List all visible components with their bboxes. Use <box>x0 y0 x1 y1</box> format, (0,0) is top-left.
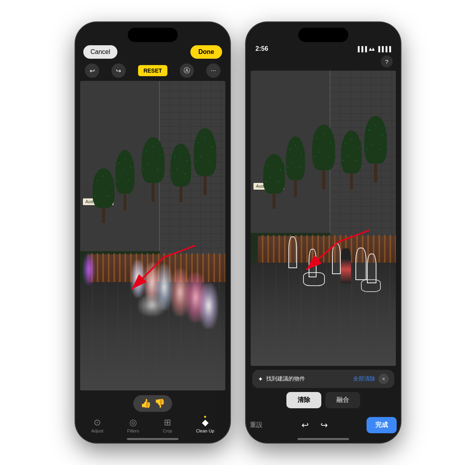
wifi-icon: ▴▴ <box>369 46 374 52</box>
tree-r1 <box>262 153 286 209</box>
photo-scene-right: Aust hair Belle <box>251 71 396 366</box>
dynamic-island-right <box>298 28 348 42</box>
thumb-area: 👍 👎 <box>75 390 230 415</box>
done-button[interactable]: Done <box>190 45 222 59</box>
thumbs-down-button[interactable]: 👎 <box>154 399 165 408</box>
left-phone: Cancel Done ↩ ↪ RESET Ⓐ ··· Aust hair Be… <box>75 22 230 443</box>
filters-tool[interactable]: ◎ Filters <box>127 418 139 433</box>
cleanup-label: Clean Up <box>196 428 214 433</box>
status-time: 2:56 <box>255 45 268 52</box>
clean-button[interactable]: 清除 <box>286 392 321 408</box>
home-indicator-left <box>75 435 230 443</box>
left-status-bar: Cancel Done <box>75 42 230 62</box>
photo-area-right: Aust hair Belle <box>251 71 396 366</box>
clear-all-button[interactable]: 全部清除 <box>350 375 378 382</box>
right-screen: 2:56 ▐▐▐ ▴▴ ▐▐▐▐ ? Aust hair Belle <box>246 42 401 443</box>
undo-redo-group: ↩ ↪ <box>301 420 328 430</box>
cleanup-tool-wrap: ◆ Clean Up <box>196 418 214 433</box>
tree-5 <box>193 127 217 195</box>
tree-2 <box>115 149 135 211</box>
photo-scene-left: Aust hair Belle <box>80 81 225 390</box>
tree-r5 <box>364 115 388 183</box>
right-top-toolbar: ? <box>246 56 401 71</box>
cleanup-icon: ◆ <box>202 418 209 427</box>
battery-icon: ▐▐▐▐ <box>376 46 391 52</box>
person-outline-4 <box>355 248 367 280</box>
auto-button[interactable]: Ⓐ <box>180 63 194 78</box>
edit-toolbar: ↩ ↪ RESET Ⓐ ··· <box>75 62 230 81</box>
crop-tool[interactable]: ⊞ Crop <box>163 418 172 433</box>
crop-label: Crop <box>163 428 172 433</box>
reset-button[interactable]: RESET <box>138 65 168 76</box>
active-dot <box>204 416 206 418</box>
home-bar-right <box>298 438 349 440</box>
thumb-group: 👍 👎 <box>133 395 172 412</box>
crop-icon: ⊞ <box>164 418 171 427</box>
thumbs-up-button[interactable]: 👍 <box>140 399 151 408</box>
person-outline-1 <box>288 236 297 268</box>
adjust-tool-wrap: ⊙ Adjust <box>91 418 104 433</box>
adjust-label: Adjust <box>91 428 104 433</box>
signal-icon: ▐▐▐ <box>356 46 367 52</box>
undo-button-right[interactable]: ↩ <box>301 420 309 430</box>
dynamic-island <box>128 28 178 42</box>
suggestion-text: 找到建議的物件 <box>266 375 350 382</box>
more-button[interactable]: ··· <box>206 63 221 78</box>
person-outline-3 <box>332 243 341 274</box>
tree-r2 <box>286 136 305 197</box>
right-bottom-toolbar: 重設 ↩ ↪ 完成 <box>246 415 401 435</box>
right-status-bar: 2:56 ▐▐▐ ▴▴ ▐▐▐▐ <box>246 42 401 56</box>
ghost-bike <box>138 294 166 316</box>
tree-4 <box>170 143 192 202</box>
right-phone: 2:56 ▐▐▐ ▴▴ ▐▐▐▐ ? Aust hair Belle <box>246 22 401 443</box>
suggestion-bar: ✦ 找到建議的物件 全部清除 × <box>252 370 394 388</box>
status-icons: ▐▐▐ ▴▴ ▐▐▐▐ <box>356 46 391 52</box>
person-outline-5 <box>367 254 376 283</box>
reset-text-button[interactable]: 重設 <box>250 421 263 429</box>
merge-button[interactable]: 融合 <box>325 392 360 408</box>
home-bar-left <box>127 438 178 440</box>
tree-r3 <box>312 124 336 189</box>
ghost-person-1 <box>83 254 95 285</box>
bottom-toolbar-left: ⊙ Adjust ◎ Filters ⊞ Crop ◆ <box>75 415 230 435</box>
close-suggestion-button[interactable]: × <box>378 374 389 384</box>
undo-button[interactable]: ↩ <box>85 63 99 78</box>
filters-icon: ◎ <box>129 418 137 427</box>
left-screen: Cancel Done ↩ ↪ RESET Ⓐ ··· Aust hair Be… <box>75 42 230 443</box>
bike-outline <box>303 272 325 286</box>
cleanup-tool[interactable]: ◆ Clean Up <box>196 418 214 433</box>
ghost-person-2 <box>131 260 145 298</box>
tree-3 <box>141 136 165 202</box>
adjust-tool[interactable]: ⊙ Adjust <box>91 418 104 433</box>
ghost-person-7 <box>199 283 218 329</box>
action-buttons: 清除 融合 <box>252 392 394 408</box>
tree-r4 <box>341 130 363 189</box>
filters-label: Filters <box>127 428 139 433</box>
bottom-panel: ✦ 找到建議的物件 全部清除 × 清除 融合 <box>246 366 401 415</box>
sparkle-icon: ✦ <box>258 375 263 383</box>
help-button[interactable]: ? <box>381 56 393 67</box>
adjust-icon: ⊙ <box>94 418 101 427</box>
cancel-button[interactable]: Cancel <box>83 45 117 59</box>
redo-button[interactable]: ↪ <box>111 63 126 78</box>
filters-tool-wrap: ◎ Filters <box>127 418 139 433</box>
home-indicator-right <box>246 435 401 443</box>
complete-button[interactable]: 完成 <box>367 417 397 433</box>
real-person-jacket <box>341 248 351 283</box>
tree-1 <box>92 167 115 223</box>
redo-button-right[interactable]: ↪ <box>321 420 328 430</box>
crop-tool-wrap: ⊞ Crop <box>163 418 172 433</box>
photo-area-left: Aust hair Belle <box>80 81 225 390</box>
bike-outline-r <box>361 279 381 292</box>
